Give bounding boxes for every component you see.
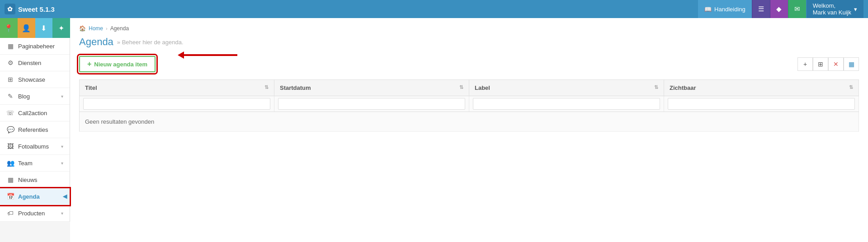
- app-logo: ✿ Sweet 5.1.3: [5, 4, 55, 14]
- tag-icon: 🏷: [6, 209, 14, 217]
- download-icon: ⬇: [41, 24, 47, 33]
- sort-icon[interactable]: ⇅: [849, 84, 853, 90]
- add-row-button[interactable]: +: [797, 57, 813, 71]
- sort-icon[interactable]: ⇅: [654, 84, 658, 90]
- new-button-label: Nieuw agenda item: [94, 61, 147, 68]
- sort-icon[interactable]: ⇅: [459, 84, 463, 90]
- sidebar-label: Referenties: [18, 126, 48, 133]
- sidebar-label: Nieuws: [18, 177, 38, 183]
- user-button[interactable]: 👤: [18, 18, 35, 38]
- col-titel: Titel ⇅: [80, 80, 274, 96]
- filter-titel-cell: [80, 96, 274, 112]
- page-subtitle: Beheer hier de agenda.: [117, 39, 184, 46]
- col-startdatum-label: Startdatum: [280, 84, 311, 91]
- chevron-icon: ▾: [61, 161, 63, 166]
- logo-icon: ✿: [5, 4, 15, 14]
- filter-zichtbaar-cell: [664, 96, 859, 112]
- table-actions: + ⊞ ✕ ▦: [797, 57, 859, 71]
- grid-icon: ▦: [6, 42, 14, 50]
- new-agenda-item-button[interactable]: + Nieuw agenda item: [79, 56, 156, 72]
- sidebar-item-diensten[interactable]: ⚙ Diensten: [0, 55, 70, 71]
- app-body: 📍 👤 ⬇ ✦ ▦ Paginabeheer ⚙ Diensten: [0, 18, 868, 242]
- sidebar-item-referenties[interactable]: 💬 Referenties: [0, 121, 70, 138]
- app-title: Sweet 5.1.3: [18, 5, 55, 13]
- sidebar-label: Producten: [18, 210, 45, 217]
- handleiding-button[interactable]: 📖 Handleiding: [698, 0, 752, 18]
- filter-titel-input[interactable]: [83, 98, 270, 110]
- col-titel-label: Titel: [85, 84, 97, 91]
- sidebar-item-fotoalbums[interactable]: 🖼 Fotoalbums ▾: [0, 138, 70, 155]
- sidebar-item-team[interactable]: 👥 Team ▾: [0, 155, 70, 172]
- icon-bar: 📍 👤 ⬇ ✦: [0, 18, 70, 38]
- sidebar-label: Paginabeheer: [18, 43, 55, 50]
- sidebar-item-paginabeheer[interactable]: ▦ Paginabeheer: [0, 38, 70, 55]
- plus-icon: +: [87, 60, 91, 68]
- sidebar-item-call2action[interactable]: ☏ Call2action: [0, 105, 70, 121]
- col-startdatum: Startdatum ⇅: [274, 80, 469, 96]
- sidebar-item-nieuws[interactable]: ▦ Nieuws: [0, 172, 70, 188]
- breadcrumb-home[interactable]: Home: [89, 25, 103, 32]
- col-label: Label ⇅: [469, 80, 664, 96]
- filter-startdatum-input[interactable]: [278, 98, 465, 110]
- calendar-icon: 📅: [6, 193, 14, 200]
- breadcrumb: 🏠 Home › Agenda: [79, 25, 859, 32]
- sidebar-item-showcase[interactable]: ⊞ Showcase: [0, 71, 70, 88]
- col-zichtbaar: Zichtbaar ⇅: [664, 80, 859, 96]
- arrow-line: [183, 54, 237, 56]
- team-icon: 👥: [6, 159, 14, 167]
- sidebar-label: Call2action: [18, 110, 47, 116]
- page-title: Agenda: [79, 36, 113, 48]
- message-icon: ☰: [758, 5, 764, 13]
- toolbar: + Nieuw agenda item + ⊞ ✕ ▦: [79, 56, 859, 72]
- share-button[interactable]: ✦: [52, 18, 70, 38]
- filter-label-input[interactable]: [473, 98, 660, 110]
- messages-button[interactable]: ☰: [752, 0, 770, 18]
- data-table: Titel ⇅ Startdatum ⇅ Label ⇅ Zichtbaar ⇅: [79, 79, 859, 132]
- page-title-row: Agenda Beheer hier de agenda.: [79, 36, 859, 48]
- sidebar-item-blog[interactable]: ✎ Blog ▾: [0, 88, 70, 105]
- handleiding-label: Handleiding: [714, 6, 745, 13]
- arrow-annotation: [183, 54, 237, 56]
- chat-icon: 💬: [6, 126, 14, 133]
- filter-startdatum-cell: [274, 96, 469, 112]
- export-excel-button[interactable]: ⊞: [813, 57, 828, 71]
- map-pin-icon: 📍: [4, 24, 13, 33]
- chevron-icon: ▾: [61, 94, 63, 99]
- excel-icon: ⊞: [818, 60, 823, 68]
- sidebar-label: Fotoalbums: [18, 143, 49, 150]
- columns-button[interactable]: ▦: [844, 57, 859, 71]
- sidebar-item-producten[interactable]: 🏷 Producten ▾: [0, 205, 70, 222]
- diamond-button[interactable]: ◆: [770, 0, 788, 18]
- filter-zichtbaar-input[interactable]: [668, 98, 855, 110]
- plus-icon: +: [803, 60, 807, 68]
- user-icon: 👤: [22, 24, 31, 33]
- chevron-icon: ▾: [61, 144, 63, 149]
- sidebar-label: Diensten: [18, 60, 41, 66]
- table-header-row: Titel ⇅ Startdatum ⇅ Label ⇅ Zichtbaar ⇅: [80, 80, 859, 96]
- home-icon: 🏠: [79, 25, 86, 32]
- news-icon: ▦: [6, 176, 14, 183]
- chevron-icon: ▾: [61, 211, 63, 216]
- user-menu[interactable]: Welkom, Mark van Kuijk ▾: [806, 0, 863, 18]
- download-button[interactable]: ⬇: [35, 18, 53, 38]
- sidebar-label: Team: [18, 160, 33, 167]
- map-pin-button[interactable]: 📍: [0, 18, 18, 38]
- call-icon: ☏: [6, 109, 14, 116]
- diamond-icon: ◆: [776, 5, 782, 13]
- delete-button[interactable]: ✕: [828, 57, 844, 71]
- showcase-icon: ⊞: [6, 76, 14, 83]
- sidebar-wrapper: 📍 👤 ⬇ ✦ ▦ Paginabeheer ⚙ Diensten: [0, 18, 70, 242]
- sidebar-label: Agenda: [18, 193, 40, 200]
- sidebar-label: Blog: [18, 93, 30, 100]
- user-greeting: Welkom, Mark van Kuijk: [813, 2, 851, 16]
- sidebar-item-agenda[interactable]: 📅 Agenda: [0, 188, 70, 205]
- share-icon: ✦: [58, 24, 64, 33]
- main-content: 🏠 Home › Agenda Agenda Beheer hier de ag…: [70, 18, 868, 242]
- breadcrumb-separator: ›: [106, 26, 108, 31]
- delete-icon: ✕: [833, 60, 839, 68]
- mail-button[interactable]: ✉: [788, 0, 806, 18]
- sort-icon[interactable]: ⇅: [264, 84, 269, 90]
- photo-icon: 🖼: [6, 143, 14, 150]
- col-zichtbaar-label: Zichtbaar: [670, 84, 696, 91]
- filter-row: [80, 96, 859, 112]
